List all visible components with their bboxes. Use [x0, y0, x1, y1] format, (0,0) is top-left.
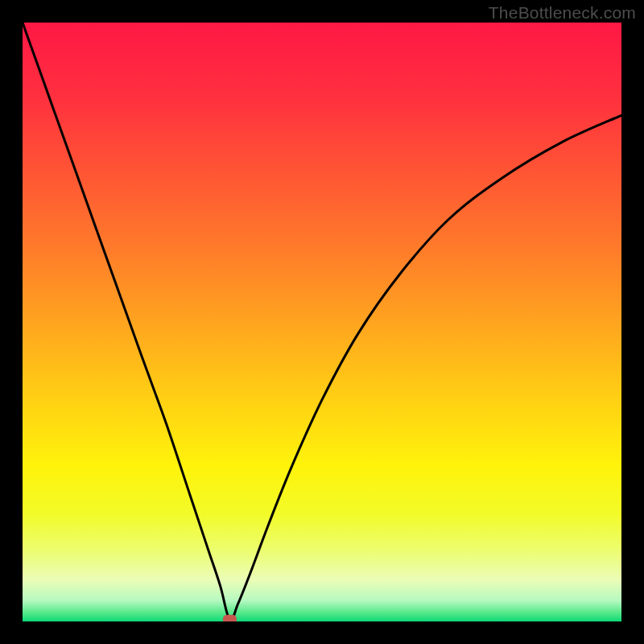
chart-svg	[23, 23, 621, 621]
gradient-background	[23, 23, 621, 621]
marker-dot	[223, 615, 237, 621]
plot-area	[23, 23, 621, 621]
watermark-label: TheBottleneck.com	[489, 3, 636, 23]
chart-frame: TheBottleneck.com	[0, 0, 644, 644]
